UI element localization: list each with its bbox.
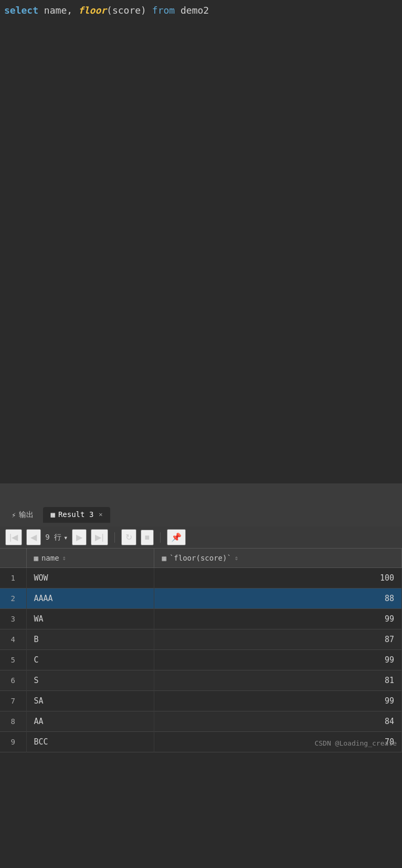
paren-close: ) [141,2,146,19]
results-toolbar: |◀ ◀ 9 行 ▾ ▶ ▶| ↻ ■ 📌 [0,526,402,549]
row-floor-score: 100 [154,568,402,588]
output-tab-label: 输出 [19,510,34,520]
row-floor-score: 88 [154,588,402,609]
floor-col-label: `floor(score)` [170,554,231,562]
first-page-button[interactable]: |◀ [5,529,22,545]
toolbar-divider [114,532,115,543]
prev-page-button[interactable]: ◀ [26,529,41,545]
row-number: 8 [0,711,26,732]
rows-dropdown-icon: ▾ [64,533,68,542]
results-panel: ⚡ 输出 ▦ Result 3 ✕ |◀ ◀ 9 行 ▾ ▶ ▶| ↻ ■ 📌 [0,503,402,752]
code-table: demo2 [175,2,209,19]
result3-tab-icon: ▦ [50,510,55,519]
row-floor-score: 99 [154,609,402,629]
watermark: CSDN @Loading_create [314,739,397,747]
table-row[interactable]: 8AA84 [0,711,402,732]
row-name: WA [26,609,154,629]
row-number: 4 [0,629,26,650]
floor-sort-icon[interactable]: ⇕ [235,554,238,562]
row-name: AA [26,711,154,732]
table-row[interactable]: 4B87 [0,629,402,650]
code-space [146,2,152,19]
result-table: ▦ name ⇕ ▦ `floor(score)` ⇕ 1 [0,549,402,752]
row-number: 3 [0,609,26,629]
toolbar-divider2 [160,532,161,543]
header-floor-score: ▦ `floor(score)` ⇕ [154,549,402,568]
code-line: select name, floor(score) from demo2 [4,2,398,19]
row-floor-score: 81 [154,670,402,691]
last-page-button[interactable]: ▶| [91,529,108,545]
rows-label: 9 行 [45,533,61,542]
name-col-icon: ▦ [34,554,38,562]
header-row: ▦ name ⇕ ▦ `floor(score)` ⇕ [0,549,402,568]
row-name: WOW [26,568,154,588]
code-text: name, [38,2,78,19]
table-row[interactable]: 3WA99 [0,609,402,629]
editor-area: select name, floor(score) from demo2 [0,0,402,483]
keyword-from: from [152,2,175,19]
code-score: score [112,2,141,19]
table-body: 1WOW1002AAAA883WA994B875C996S817SA998AA8… [0,568,402,752]
row-name: C [26,650,154,670]
header-rownum [0,549,26,568]
refresh-button[interactable]: ↻ [121,529,136,545]
tab-output[interactable]: ⚡ 输出 [4,507,41,523]
row-name: BCC [26,732,154,752]
row-name: B [26,629,154,650]
row-number: 2 [0,588,26,609]
row-floor-score: 99 [154,691,402,711]
rows-selector[interactable]: 9 行 ▾ [45,533,68,542]
row-floor-score: 99 [154,650,402,670]
result3-tab-close[interactable]: ✕ [99,511,102,518]
table-row[interactable]: 5C99 [0,650,402,670]
name-col-label: name [41,554,59,562]
row-number: 1 [0,568,26,588]
table-row[interactable]: 2AAAA88 [0,588,402,609]
row-floor-score: 87 [154,629,402,650]
table-header: ▦ name ⇕ ▦ `floor(score)` ⇕ [0,549,402,568]
table-row[interactable]: 6S81 [0,670,402,691]
tabs-bar: ⚡ 输出 ▦ Result 3 ✕ [0,503,402,526]
name-sort-icon[interactable]: ⇕ [62,554,66,562]
row-name: S [26,670,154,691]
table-row[interactable]: 7SA99 [0,691,402,711]
row-floor-score: 84 [154,711,402,732]
table-row[interactable]: 1WOW100 [0,568,402,588]
row-number: 6 [0,670,26,691]
row-number: 7 [0,691,26,711]
floor-col-icon: ▦ [162,554,166,562]
row-number: 9 [0,732,26,752]
tab-result3[interactable]: ▦ Result 3 ✕ [43,507,110,523]
paren-open: ( [107,2,112,19]
result3-tab-label: Result 3 [58,510,93,519]
editor-results-divider [0,483,402,503]
keyword-select: select [4,2,38,19]
result-table-wrapper: ▦ name ⇕ ▦ `floor(score)` ⇕ 1 [0,549,402,752]
header-name: ▦ name ⇕ [26,549,154,568]
pin-button[interactable]: 📌 [167,529,186,545]
stop-button[interactable]: ■ [141,530,154,545]
row-name: SA [26,691,154,711]
function-floor: floor [78,2,107,19]
next-page-button[interactable]: ▶ [72,529,87,545]
output-tab-icon: ⚡ [12,511,16,519]
row-number: 5 [0,650,26,670]
row-name: AAAA [26,588,154,609]
